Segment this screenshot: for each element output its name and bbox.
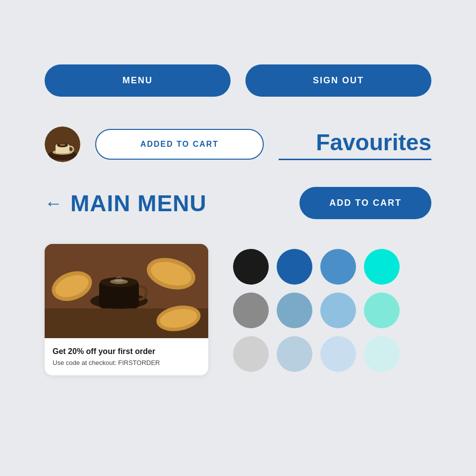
nav-row: ← MAIN MENU ADD TO CART <box>45 187 431 219</box>
top-buttons-row: MENU SIGN OUT <box>45 64 431 97</box>
favourites-heading: Favourites <box>279 129 431 160</box>
swatch-pale-blue-gray[interactable] <box>277 336 312 372</box>
swatch-cyan[interactable] <box>364 249 400 285</box>
card-promo-subtitle: Use code at checkout: FIRSTORDER <box>53 359 200 366</box>
avatar <box>45 126 80 162</box>
product-card: Get 20% off your first order Use code at… <box>45 244 208 375</box>
swatch-light-blue[interactable] <box>320 293 356 328</box>
swatch-pale-cyan[interactable] <box>364 336 400 372</box>
main-menu-label: MAIN MENU <box>70 190 207 217</box>
signout-button[interactable]: SIGN OUT <box>245 64 431 97</box>
swatch-dark-blue[interactable] <box>277 249 312 285</box>
product-row: ADDED TO CART Favourites <box>45 126 431 162</box>
swatch-pale-blue[interactable] <box>320 336 356 372</box>
bottom-row: Get 20% off your first order Use code at… <box>45 244 431 375</box>
color-swatches-grid <box>233 244 400 372</box>
swatch-light-cyan[interactable] <box>364 293 400 328</box>
svg-point-5 <box>60 144 65 146</box>
card-image <box>45 244 208 338</box>
main-menu-group: ← MAIN MENU <box>45 190 207 217</box>
card-body: Get 20% off your first order Use code at… <box>45 338 208 375</box>
card-promo-title: Get 20% off your first order <box>53 347 200 356</box>
swatch-slate-blue[interactable] <box>277 293 312 328</box>
back-arrow-icon[interactable]: ← <box>45 193 62 214</box>
main-canvas: MENU SIGN OUT ADDED TO CART Fa <box>0 0 476 476</box>
swatch-gray[interactable] <box>233 293 269 328</box>
swatch-medium-blue[interactable] <box>320 249 356 285</box>
add-to-cart-button[interactable]: ADD TO CART <box>299 187 431 219</box>
menu-button[interactable]: MENU <box>45 64 231 97</box>
swatch-black[interactable] <box>233 249 269 285</box>
added-to-cart-button[interactable]: ADDED TO CART <box>95 129 264 160</box>
swatch-light-gray[interactable] <box>233 336 269 372</box>
